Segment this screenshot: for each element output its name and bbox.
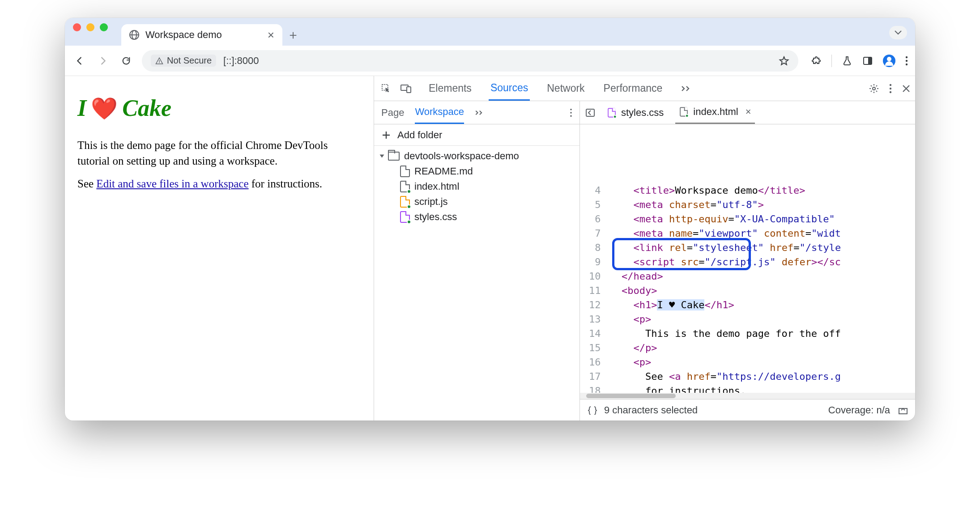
address-bar[interactable]: Not Secure [::]:8000 <box>142 50 798 72</box>
editor-tabs: styles.css index.html × <box>580 101 915 124</box>
navigator-menu-button[interactable] <box>570 108 572 117</box>
folder-row[interactable]: devtools-workspace-demo <box>374 149 579 164</box>
file-icon <box>400 166 410 177</box>
globe-icon <box>129 30 139 40</box>
devtools-tabbar: Elements Sources Network Performance <box>374 76 915 101</box>
devtools-menu-button[interactable] <box>889 84 892 94</box>
tab-sources[interactable]: Sources <box>489 76 530 101</box>
tab-performance[interactable]: Performance <box>602 76 665 101</box>
file-row-styles[interactable]: styles.css <box>374 209 579 225</box>
braces-icon <box>587 406 598 415</box>
file-icon <box>400 196 410 208</box>
svg-point-16 <box>570 115 572 117</box>
svg-point-6 <box>906 63 908 65</box>
close-tab-icon[interactable]: × <box>268 28 274 42</box>
p2-after: for instructions. <box>249 178 323 190</box>
editor-tab-styles[interactable]: styles.css <box>603 101 667 124</box>
security-badge[interactable]: Not Secure <box>151 55 216 67</box>
navigator-tabs: Page Workspace <box>374 101 579 124</box>
sources-navigator: Page Workspace Add folder devtools-w <box>374 101 580 421</box>
workspace-tutorial-link[interactable]: Edit and save files in a workspace <box>96 178 248 190</box>
close-window-icon[interactable] <box>73 23 81 31</box>
kebab-icon <box>889 84 892 94</box>
pretty-print-button[interactable] <box>587 406 598 415</box>
device-mode-button[interactable] <box>398 84 413 93</box>
close-devtools-button[interactable] <box>902 84 911 93</box>
page-paragraph-2: See Edit and save files in a workspace f… <box>77 176 361 191</box>
back-button[interactable] <box>72 53 87 68</box>
settings-button[interactable] <box>869 83 879 94</box>
file-row-readme[interactable]: README.md <box>374 164 579 179</box>
file-tree: devtools-workspace-demo README.md index.… <box>374 146 579 227</box>
editor-pane: styles.css index.html × 4 5 6 7 8 9 10 1… <box>580 101 915 421</box>
file-icon <box>400 181 410 192</box>
security-label: Not Secure <box>167 55 212 66</box>
window-controls <box>73 18 121 46</box>
labs-button[interactable] <box>842 55 852 66</box>
toggle-navigator-button[interactable] <box>585 108 595 118</box>
svg-point-0 <box>159 62 160 63</box>
svg-rect-18 <box>899 408 907 414</box>
browser-window: Workspace demo × ＋ Not Secure [::]:8000 <box>65 18 915 421</box>
devtools-body: Page Workspace Add folder devtools-w <box>374 101 915 421</box>
svg-rect-1 <box>159 60 160 62</box>
file-icon <box>400 211 410 223</box>
editor-tab-label: styles.css <box>621 107 664 119</box>
add-folder-button[interactable]: Add folder <box>374 124 579 146</box>
toggle-drawer-button[interactable] <box>898 406 908 415</box>
file-label: script.js <box>414 196 448 208</box>
devtools-panel: Elements Sources Network Performance Pag… <box>374 76 915 421</box>
code-lines: <title>Workspace demo</title> <meta char… <box>607 167 844 393</box>
reload-button[interactable] <box>119 53 134 68</box>
tab-network[interactable]: Network <box>545 76 586 101</box>
navigator-tab-page[interactable]: Page <box>381 101 404 124</box>
p2-before: See <box>77 178 96 190</box>
tabs-overflow-button[interactable] <box>679 76 693 101</box>
inspect-button[interactable] <box>379 84 394 94</box>
file-row-script[interactable]: script.js <box>374 194 579 209</box>
maximize-window-icon[interactable] <box>100 23 108 31</box>
chrome-menu-button[interactable] <box>905 56 908 66</box>
tab-list-button[interactable] <box>889 26 907 39</box>
close-editor-tab-icon[interactable]: × <box>746 106 751 118</box>
puzzle-icon <box>811 55 822 66</box>
bookmark-button[interactable] <box>779 55 789 66</box>
svg-rect-9 <box>407 87 411 93</box>
editor-tab-index[interactable]: index.html × <box>675 101 754 124</box>
devices-icon <box>401 84 411 93</box>
tab-elements[interactable]: Elements <box>427 76 473 101</box>
svg-point-14 <box>570 108 572 110</box>
heart-icon: ❤️ <box>91 94 118 123</box>
navigator-tabs-overflow[interactable] <box>475 101 484 124</box>
inspect-icon <box>381 84 391 94</box>
toolbar-actions <box>806 55 908 67</box>
navigator-tab-workspace[interactable]: Workspace <box>415 101 464 124</box>
h1-text-cake: Cake <box>122 92 171 125</box>
line-gutter: 4 5 6 7 8 9 10 11 12 13 14 15 16 17 18 1… <box>580 167 607 393</box>
code-editor[interactable]: 4 5 6 7 8 9 10 11 12 13 14 15 16 17 18 1… <box>580 124 915 393</box>
side-panel-button[interactable] <box>862 55 873 66</box>
svg-point-5 <box>906 60 908 61</box>
tab-strip: Workspace demo × ＋ <box>65 18 915 46</box>
svg-point-13 <box>890 91 891 93</box>
tab-title: Workspace demo <box>145 29 222 41</box>
file-icon <box>680 107 688 117</box>
panel-icon <box>862 55 873 66</box>
disclosure-icon <box>380 155 384 158</box>
annotation-highlight <box>612 238 751 270</box>
editor-tab-label: index.html <box>693 106 738 118</box>
flask-icon <box>842 55 852 66</box>
svg-rect-3 <box>868 57 872 64</box>
browser-tab[interactable]: Workspace demo × <box>121 24 282 46</box>
file-row-index[interactable]: index.html <box>374 179 579 194</box>
separator <box>831 55 832 67</box>
h1-text-i: I <box>77 92 86 125</box>
svg-point-12 <box>890 87 891 89</box>
forward-button[interactable] <box>95 53 111 68</box>
minimize-window-icon[interactable] <box>86 23 94 31</box>
file-icon <box>608 108 616 117</box>
profile-button[interactable] <box>883 55 895 67</box>
horizontal-scrollbar[interactable] <box>580 393 915 399</box>
extensions-button[interactable] <box>811 55 822 66</box>
new-tab-button[interactable]: ＋ <box>282 24 304 46</box>
